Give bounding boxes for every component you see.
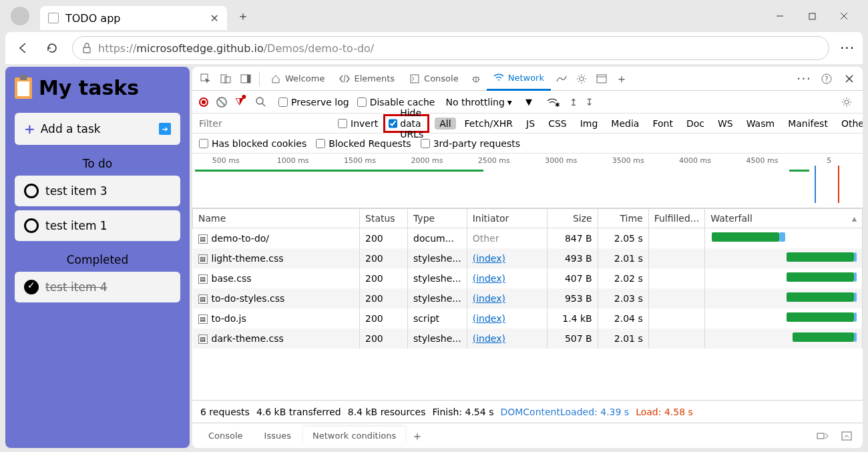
add-tab-icon[interactable]: ＋ — [612, 69, 631, 88]
col-waterfall[interactable]: Waterfall ▴ — [705, 209, 863, 228]
col-initiator[interactable]: Initiator — [467, 209, 547, 228]
col-name[interactable]: Name — [193, 209, 360, 228]
dock-side-icon[interactable] — [236, 69, 255, 88]
filter-type-wasm[interactable]: Wasm — [742, 118, 779, 130]
filter-type-css[interactable]: CSS — [544, 118, 572, 130]
tab-elements[interactable]: Elements — [333, 67, 401, 91]
filter-type-media[interactable]: Media — [606, 118, 644, 130]
drawer-toggle-icon[interactable] — [813, 427, 832, 445]
table-row[interactable]: ▤demo-to-do/ 200 docum... Other 847 B 2.… — [193, 228, 863, 249]
col-status[interactable]: Status — [360, 209, 408, 228]
minimize-button[interactable] — [769, 5, 791, 27]
filter-type-other[interactable]: Other — [837, 118, 863, 130]
filter-type-js[interactable]: JS — [521, 118, 539, 130]
table-row[interactable]: ▤to-do.js 200 script (index) 1.4 kB 2.04… — [193, 308, 863, 328]
tab-close-icon[interactable]: ✕ — [210, 12, 219, 25]
new-tab-button[interactable]: ＋ — [232, 5, 254, 27]
filter-icon[interactable]: ⧩ — [235, 95, 244, 108]
initiator-link[interactable]: (index) — [473, 273, 505, 284]
filter-type-ws[interactable]: WS — [713, 118, 738, 130]
requests-table[interactable]: Name Status Type Initiator Size Time Ful… — [192, 208, 863, 400]
file-icon: ▤ — [198, 294, 208, 304]
initiator-link[interactable]: (index) — [473, 333, 505, 344]
add-task-button[interactable]: + Add a task ➔ — [15, 113, 180, 145]
blocked-requests-checkbox[interactable]: Blocked Requests — [316, 138, 411, 149]
drawer-tab-console[interactable]: Console — [199, 427, 252, 445]
browser-tab[interactable]: TODO app ✕ — [40, 6, 227, 30]
initiator-link[interactable]: (index) — [473, 253, 505, 264]
invert-checkbox[interactable]: Invert — [338, 118, 378, 129]
upload-icon[interactable]: ↥ — [570, 97, 578, 107]
filter-type-manifest[interactable]: Manifest — [783, 118, 833, 130]
filter-type-all[interactable]: All — [435, 118, 455, 130]
device-toolbar-icon[interactable] — [216, 69, 235, 88]
filter-type-doc[interactable]: Doc — [682, 118, 709, 130]
table-row[interactable]: ▤light-theme.css 200 styleshe... (index)… — [193, 248, 863, 268]
drawer-tab-issues[interactable]: Issues — [255, 427, 300, 445]
hide-data-urls-checkbox[interactable]: Hide data URLs — [383, 114, 429, 133]
summary-dcl: DOMContentLoaded: 4.39 s — [500, 407, 629, 417]
task-checkbox-icon[interactable] — [24, 218, 39, 233]
svg-rect-4 — [83, 47, 90, 53]
devtools-drawer: Console Issues Network conditions ＋ — [192, 423, 863, 448]
col-time[interactable]: Time — [598, 209, 648, 228]
initiator-link[interactable]: (index) — [473, 313, 505, 324]
task-item[interactable]: test item 1 — [15, 210, 180, 241]
svg-rect-29 — [817, 433, 824, 439]
svg-point-25 — [256, 97, 263, 104]
help-icon[interactable]: ? — [817, 69, 836, 88]
drawer-add-icon[interactable]: ＋ — [408, 427, 427, 445]
tab-console[interactable]: Console — [403, 67, 465, 91]
table-row[interactable]: ▤base.css 200 styleshe... (index) 407 B … — [193, 268, 863, 288]
blocked-cookies-checkbox[interactable]: Has blocked cookies — [199, 138, 306, 149]
address-bar[interactable]: https://microsoftedge.github.io/Demos/de… — [72, 36, 829, 60]
bug-icon[interactable] — [467, 69, 485, 88]
clear-icon[interactable] — [216, 97, 227, 107]
preserve-log-checkbox[interactable]: Preserve log — [278, 97, 349, 107]
wifi-icon — [493, 72, 504, 83]
disable-cache-checkbox[interactable]: Disable cache — [357, 97, 435, 107]
filter-type-fetchxhr[interactable]: Fetch/XHR — [460, 118, 518, 130]
third-party-checkbox[interactable]: 3rd-party requests — [421, 138, 520, 149]
lock-icon — [82, 43, 91, 53]
drawer-tab-network-conditions[interactable]: Network conditions — [303, 427, 405, 445]
performance-icon[interactable] — [552, 69, 571, 88]
profile-avatar[interactable] — [11, 7, 29, 25]
task-checkbox-icon[interactable] — [24, 184, 39, 198]
task-checkbox-icon[interactable] — [24, 280, 39, 294]
panel-icon[interactable] — [592, 69, 611, 88]
maximize-button[interactable] — [801, 5, 823, 27]
settings-gear-icon[interactable] — [572, 69, 591, 88]
refresh-button[interactable] — [43, 39, 61, 57]
filter-input[interactable] — [199, 118, 333, 129]
download-icon[interactable]: ↧ — [586, 97, 594, 107]
svg-rect-30 — [842, 432, 851, 440]
browser-more-button[interactable]: ··· — [840, 40, 855, 56]
record-icon[interactable] — [199, 97, 208, 107]
throttling-select[interactable]: No throttling ▾ — [443, 95, 514, 109]
col-type[interactable]: Type — [408, 209, 467, 228]
initiator-link: Other — [473, 233, 499, 244]
table-row[interactable]: ▤to-do-styles.css 200 styleshe... (index… — [193, 288, 863, 308]
task-item[interactable]: test item 4 — [15, 272, 180, 302]
tab-welcome[interactable]: Welcome — [264, 67, 331, 91]
task-item[interactable]: test item 3 — [15, 176, 180, 206]
close-window-button[interactable] — [833, 5, 855, 27]
network-settings-icon[interactable] — [837, 93, 856, 111]
devtools-more-icon[interactable]: ··· — [795, 69, 813, 88]
table-row[interactable]: ▤dark-theme.css 200 styleshe... (index) … — [193, 328, 863, 349]
drawer-expand-icon[interactable] — [837, 427, 856, 445]
timeline-overview[interactable]: 500 ms1000 ms1500 ms2000 ms2500 ms3000 m… — [192, 154, 863, 208]
search-icon[interactable] — [252, 93, 270, 111]
col-size[interactable]: Size — [547, 209, 598, 228]
inspect-element-icon[interactable] — [196, 69, 215, 88]
back-button[interactable] — [13, 39, 32, 57]
tab-network[interactable]: Network — [487, 67, 551, 91]
filter-type-font[interactable]: Font — [648, 118, 677, 130]
caret-down-icon[interactable]: ▼ — [523, 97, 535, 107]
filter-type-img[interactable]: Img — [576, 118, 603, 130]
wifi-settings-icon[interactable]: ✱ — [543, 93, 562, 111]
close-devtools-icon[interactable] — [840, 69, 859, 88]
col-fulfilled[interactable]: Fulfilled... — [648, 209, 705, 228]
initiator-link[interactable]: (index) — [473, 293, 505, 304]
